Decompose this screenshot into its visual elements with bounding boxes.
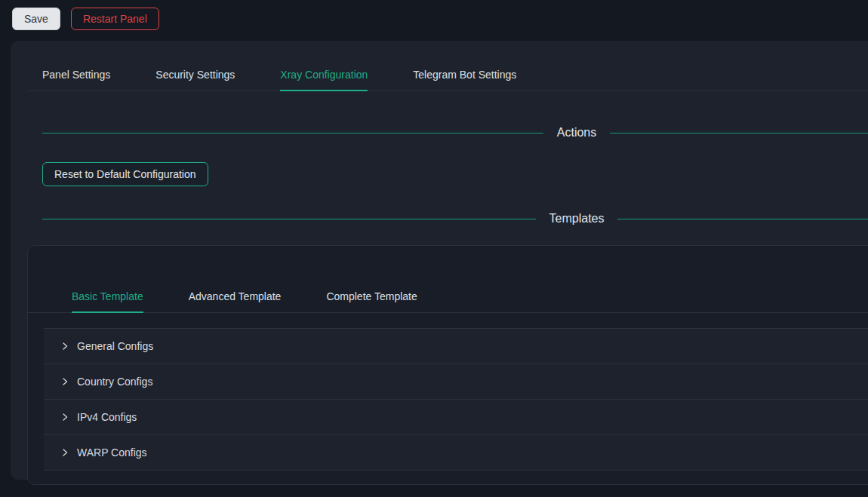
divider-line [617, 219, 868, 219]
reset-default-config-button[interactable]: Reset to Default Configuration [42, 162, 208, 186]
accordion-item-general-configs[interactable]: General Configs [44, 329, 868, 364]
accordion-item-label: WARP Configs [77, 446, 147, 459]
accordion-item-country-configs[interactable]: Country Configs [44, 364, 868, 400]
actions-section-title: Actions [557, 126, 596, 140]
chevron-right-icon [60, 342, 69, 351]
config-accordion: General Configs Country Configs IPv4 Con… [44, 328, 868, 471]
tab-telegram-bot-settings[interactable]: Telegram Bot Settings [413, 59, 516, 91]
settings-card: Panel Settings Security Settings Xray Co… [11, 41, 868, 480]
tab-basic-template[interactable]: Basic Template [72, 281, 143, 312]
template-tab-bar: Basic Template Advanced Template Complet… [28, 281, 868, 313]
chevron-right-icon [60, 377, 69, 386]
tab-advanced-template[interactable]: Advanced Template [189, 281, 282, 312]
tab-security-settings[interactable]: Security Settings [155, 59, 235, 91]
accordion-item-label: General Configs [77, 340, 153, 352]
accordion-item-warp-configs[interactable]: WARP Configs [44, 435, 868, 471]
chevron-right-icon [60, 448, 69, 457]
restart-panel-button[interactable]: Restart Panel [71, 8, 159, 30]
templates-section-divider: Templates [42, 212, 868, 225]
save-button[interactable]: Save [12, 8, 60, 30]
accordion-item-label: Country Configs [77, 376, 152, 388]
settings-tab-bar: Panel Settings Security Settings Xray Co… [27, 59, 868, 91]
templates-card: Basic Template Advanced Template Complet… [27, 245, 868, 485]
divider-line [610, 133, 868, 133]
divider-line [42, 133, 543, 133]
top-toolbar: Save Restart Panel [0, 0, 868, 38]
chevron-right-icon [60, 413, 69, 422]
tab-xray-configuration[interactable]: Xray Configuration [280, 59, 368, 91]
accordion-item-label: IPv4 Configs [77, 411, 137, 423]
tab-complete-template[interactable]: Complete Template [326, 281, 417, 312]
accordion-item-ipv4-configs[interactable]: IPv4 Configs [44, 400, 868, 435]
divider-line [42, 219, 536, 219]
actions-section-divider: Actions [42, 126, 868, 140]
tab-panel-settings[interactable]: Panel Settings [42, 59, 110, 91]
templates-section-title: Templates [549, 212, 605, 225]
